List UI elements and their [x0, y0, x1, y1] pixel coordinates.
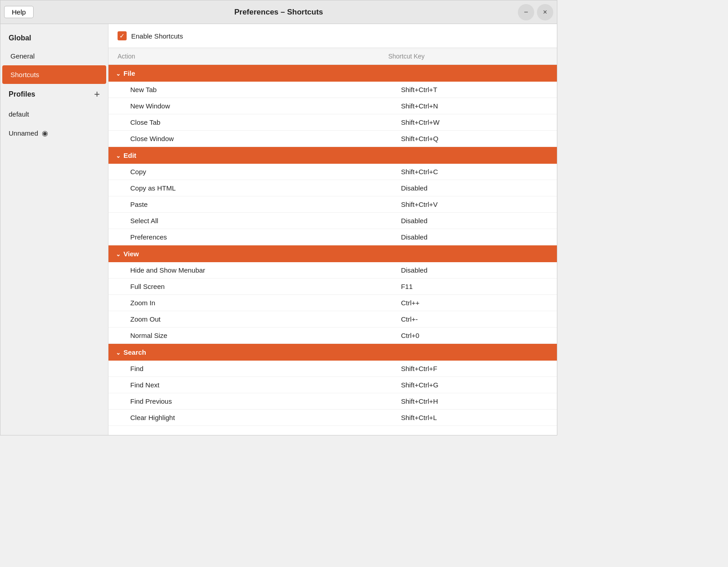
- action-cell: New Tab: [108, 82, 379, 98]
- table-row[interactable]: PasteShift+Ctrl+V: [108, 196, 557, 213]
- col-shortcut: Shortcut Key: [379, 48, 557, 65]
- sidebar-global-header: Global: [0, 28, 108, 47]
- shortcut-cell: Shift+Ctrl+V: [379, 196, 557, 213]
- shortcut-cell: Shift+Ctrl+Q: [379, 131, 557, 147]
- category-row[interactable]: ⌄Edit: [108, 147, 557, 164]
- enable-shortcuts-label: Enable Shortcuts: [131, 32, 183, 40]
- window-controls: − ×: [518, 4, 553, 20]
- chevron-icon: ⌄: [116, 251, 121, 258]
- shortcut-cell: Shift+Ctrl+L: [379, 410, 557, 426]
- titlebar: Help Preferences – Shortcuts − ×: [0, 0, 557, 24]
- add-profile-button[interactable]: +: [94, 89, 100, 99]
- action-cell: Zoom Out: [108, 311, 379, 327]
- table-row[interactable]: CopyShift+Ctrl+C: [108, 164, 557, 180]
- action-cell: Paste: [108, 196, 379, 213]
- action-cell: Select All: [108, 213, 379, 229]
- sidebar-profile-unnamed[interactable]: Unnamed ◉: [0, 123, 108, 143]
- profile-active-icon: ◉: [42, 129, 48, 137]
- table-row[interactable]: New WindowShift+Ctrl+N: [108, 98, 557, 114]
- shortcut-cell: Shift+Ctrl+C: [379, 164, 557, 180]
- category-row[interactable]: ⌄Search: [108, 344, 557, 361]
- profile-default-name: default: [9, 110, 29, 118]
- shortcut-cell: Shift+Ctrl+H: [379, 393, 557, 410]
- table-row[interactable]: Zoom OutCtrl+-: [108, 311, 557, 327]
- help-button[interactable]: Help: [4, 6, 34, 18]
- action-cell: Zoom In: [108, 295, 379, 311]
- shortcut-cell: Shift+Ctrl+N: [379, 98, 557, 114]
- table-row[interactable]: Close WindowShift+Ctrl+Q: [108, 131, 557, 147]
- category-row[interactable]: ⌄View: [108, 245, 557, 263]
- action-cell: Preferences: [108, 229, 379, 245]
- action-cell: Full Screen: [108, 279, 379, 295]
- shortcut-cell: Shift+Ctrl+T: [379, 82, 557, 98]
- shortcuts-table: Action Shortcut Key ⌄FileNew TabShift+Ct…: [108, 48, 557, 435]
- right-panel: ✓ Enable Shortcuts Action Shortcut Key ⌄…: [108, 24, 557, 435]
- table-row[interactable]: Select AllDisabled: [108, 213, 557, 229]
- category-row[interactable]: ⌄File: [108, 65, 557, 82]
- enable-shortcuts-checkbox[interactable]: ✓: [118, 31, 127, 40]
- shortcuts-list: Action Shortcut Key ⌄FileNew TabShift+Ct…: [108, 48, 557, 426]
- action-cell: Find Next: [108, 377, 379, 393]
- action-cell: Hide and Show Menubar: [108, 262, 379, 279]
- enable-shortcuts-row: ✓ Enable Shortcuts: [108, 24, 557, 48]
- shortcut-cell: F11: [379, 279, 557, 295]
- table-row[interactable]: Find PreviousShift+Ctrl+H: [108, 393, 557, 410]
- shortcut-cell: Disabled: [379, 180, 557, 196]
- table-row[interactable]: Find NextShift+Ctrl+G: [108, 377, 557, 393]
- table-row[interactable]: New TabShift+Ctrl+T: [108, 82, 557, 98]
- profile-unnamed-name: Unnamed: [9, 129, 38, 137]
- shortcut-cell: Shift+Ctrl+G: [379, 377, 557, 393]
- shortcut-cell: Shift+Ctrl+F: [379, 361, 557, 377]
- shortcut-cell: Ctrl++: [379, 295, 557, 311]
- action-cell: Normal Size: [108, 327, 379, 344]
- table-row[interactable]: FindShift+Ctrl+F: [108, 361, 557, 377]
- chevron-icon: ⌄: [116, 349, 121, 356]
- table-row[interactable]: PreferencesDisabled: [108, 229, 557, 245]
- col-action: Action: [108, 48, 379, 65]
- action-cell: Copy as HTML: [108, 180, 379, 196]
- table-row[interactable]: Close TabShift+Ctrl+W: [108, 114, 557, 131]
- sidebar-profile-default[interactable]: default: [0, 105, 108, 123]
- action-cell: Close Window: [108, 131, 379, 147]
- shortcut-cell: Disabled: [379, 229, 557, 245]
- table-row[interactable]: Clear HighlightShift+Ctrl+L: [108, 410, 557, 426]
- action-cell: Close Tab: [108, 114, 379, 131]
- table-row[interactable]: Hide and Show MenubarDisabled: [108, 262, 557, 279]
- shortcut-cell: Disabled: [379, 262, 557, 279]
- main-content: Global General Shortcuts Profiles + defa…: [0, 24, 557, 435]
- preferences-window: Help Preferences – Shortcuts − × Global …: [0, 0, 557, 435]
- table-row[interactable]: Copy as HTMLDisabled: [108, 180, 557, 196]
- sidebar: Global General Shortcuts Profiles + defa…: [0, 24, 108, 435]
- action-cell: Find Previous: [108, 393, 379, 410]
- shortcut-cell: Disabled: [379, 213, 557, 229]
- shortcut-cell: Ctrl+0: [379, 327, 557, 344]
- minimize-button[interactable]: −: [518, 4, 534, 20]
- action-cell: New Window: [108, 98, 379, 114]
- sidebar-item-general[interactable]: General: [2, 47, 106, 65]
- close-button[interactable]: ×: [537, 4, 553, 20]
- table-row[interactable]: Zoom InCtrl++: [108, 295, 557, 311]
- sidebar-profiles-header: Profiles +: [0, 84, 108, 105]
- sidebar-item-shortcuts[interactable]: Shortcuts: [2, 65, 106, 84]
- table-row[interactable]: Normal SizeCtrl+0: [108, 327, 557, 344]
- chevron-icon: ⌄: [116, 152, 121, 159]
- chevron-icon: ⌄: [116, 70, 121, 77]
- profiles-label: Profiles: [9, 90, 35, 98]
- action-cell: Find: [108, 361, 379, 377]
- window-title: Preferences – Shortcuts: [234, 8, 323, 17]
- shortcut-cell: Shift+Ctrl+W: [379, 114, 557, 131]
- action-cell: Clear Highlight: [108, 410, 379, 426]
- table-header: Action Shortcut Key: [108, 48, 557, 65]
- table-row[interactable]: Full ScreenF11: [108, 279, 557, 295]
- action-cell: Copy: [108, 164, 379, 180]
- shortcut-cell: Ctrl+-: [379, 311, 557, 327]
